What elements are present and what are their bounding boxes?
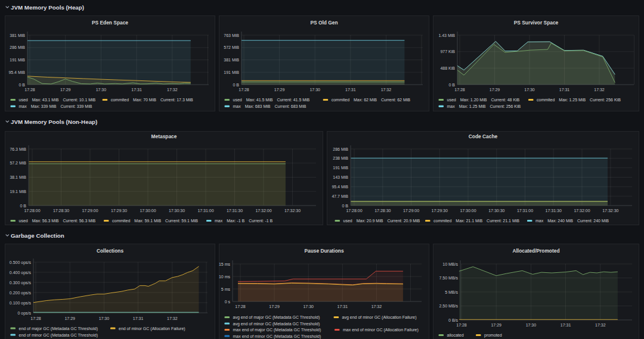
svg-text:17:30:00: 17:30:00 [460, 209, 476, 213]
svg-text:0.400 ops/s: 0.400 ops/s [10, 270, 32, 275]
svg-text:2.50 MB/s: 2.50 MB/s [439, 304, 458, 308]
svg-text:avg end of minor GC (Allocatio: avg end of minor GC (Allocation Failure) [342, 315, 417, 320]
svg-text:0 s: 0 s [225, 300, 231, 304]
svg-text:end of minor GC (Allocation Fa: end of minor GC (Allocation Failure) [119, 326, 185, 331]
svg-text:0.100 ops/s: 0.100 ops/s [10, 301, 32, 306]
svg-text:17:30:00: 17:30:00 [140, 209, 156, 213]
svg-text:17:29: 17:29 [491, 323, 501, 327]
svg-text:JVM Memory Pools (Non-Heap): JVM Memory Pools (Non-Heap) [11, 119, 97, 125]
svg-text:Garbage Collection: Garbage Collection [11, 232, 64, 239]
svg-text:0.300 ops/s: 0.300 ops/s [10, 281, 32, 285]
svg-text:17:28: 17:28 [454, 88, 465, 92]
svg-text:max Max: 339 MiB Current: 33: max Max: 339 MiB Current: 339 MiB [19, 104, 92, 108]
svg-text:5 MB/s: 5 MB/s [445, 290, 458, 294]
svg-text:17:31:00: 17:31:00 [197, 209, 213, 213]
svg-text:17:30: 17:30 [99, 316, 110, 321]
svg-text:0 B: 0 B [448, 83, 455, 87]
svg-text:0 B: 0 B [233, 83, 239, 87]
svg-text:used Max: 41.5 MiB Current:: used Max: 41.5 MiB Current: 41.5 MiB [233, 98, 310, 102]
svg-text:allocated: allocated [447, 333, 464, 337]
svg-text:avg end of major GC (Metadata: avg end of major GC (Metadata GC Thresho… [233, 315, 320, 320]
svg-text:17:28: 17:28 [235, 304, 246, 309]
svg-text:17:29: 17:29 [490, 88, 500, 92]
svg-text:17:32:00: 17:32:00 [255, 209, 271, 213]
svg-text:17:28: 17:28 [239, 88, 249, 92]
svg-text:10 MB/s: 10 MB/s [442, 262, 458, 266]
svg-text:0.200 ops/s: 0.200 ops/s [10, 291, 32, 296]
svg-text:0.500 ops/s: 0.500 ops/s [10, 260, 32, 265]
svg-text:17:28:30: 17:28:30 [374, 209, 391, 213]
svg-text:17:31: 17:31 [561, 323, 571, 327]
svg-text:17:30: 17:30 [526, 323, 537, 327]
svg-text:1.43 MiB: 1.43 MiB [438, 33, 455, 38]
svg-text:47.7 MiB: 47.7 MiB [332, 194, 348, 198]
svg-text:used Max: 56.3 MiB Current:: used Max: 56.3 MiB Current: 56.3 MiB [19, 219, 96, 223]
svg-text:17:31:30: 17:31:30 [546, 209, 562, 213]
svg-text:17:31: 17:31 [338, 304, 348, 309]
svg-text:17:32: 17:32 [381, 88, 392, 92]
svg-text:used Max: 1.20 MiB Current:: used Max: 1.20 MiB Current: 48 KiB [447, 98, 520, 102]
svg-text:286 MiB: 286 MiB [10, 45, 25, 49]
svg-text:0 B: 0 B [342, 204, 348, 208]
svg-text:17:32: 17:32 [167, 316, 178, 321]
svg-text:17:29: 17:29 [64, 316, 75, 321]
svg-text:end of major GC (Metadata GC T: end of major GC (Metadata GC Threshold) [19, 326, 98, 331]
svg-text:17:30: 17:30 [96, 88, 107, 92]
svg-text:17:29: 17:29 [60, 88, 71, 92]
svg-text:238 MiB: 238 MiB [333, 156, 348, 160]
svg-text:17:31: 17:31 [131, 88, 142, 92]
svg-text:17:29:30: 17:29:30 [432, 209, 448, 213]
svg-text:max Max: 240 MiB Current: 24: max Max: 240 MiB Current: 240 MiB [535, 219, 609, 223]
svg-text:max Max: -1 B Current: -1 B: max Max: -1 B Current: -1 B [215, 219, 273, 223]
svg-text:5 ms: 5 ms [221, 287, 231, 291]
svg-text:17:28:30: 17:28:30 [53, 209, 69, 213]
svg-text:17:31: 17:31 [133, 316, 144, 321]
svg-text:572 MiB: 572 MiB [224, 45, 239, 49]
svg-text:avg end of minor GC (Metadata: avg end of minor GC (Metadata GC Thresho… [233, 322, 320, 326]
svg-text:17:30:30: 17:30:30 [488, 209, 504, 213]
svg-text:max Max: 683 MiB Current: 68: max Max: 683 MiB Current: 683 MiB [233, 104, 306, 108]
svg-text:17:32: 17:32 [594, 88, 605, 92]
svg-text:17:28:00: 17:28:00 [24, 209, 40, 213]
svg-text:17:29:00: 17:29:00 [82, 209, 98, 213]
svg-text:commited Max: 21.1 MiB Curre: commited Max: 21.1 MiB Current: 21.1 MiB [434, 219, 519, 223]
svg-text:PS Survivor Space: PS Survivor Space [514, 20, 559, 26]
svg-text:0 B: 0 B [20, 204, 26, 208]
svg-text:191 MiB: 191 MiB [224, 70, 239, 74]
svg-text:17:32:00: 17:32:00 [574, 209, 590, 213]
svg-text:15 ms: 15 ms [219, 262, 231, 266]
svg-text:17:28:00: 17:28:00 [346, 209, 362, 213]
svg-text:PS Old Gen: PS Old Gen [310, 20, 338, 26]
svg-text:used Max: 20.9 MiB Current:: used Max: 20.9 MiB Current: 20.9 MiB [343, 219, 420, 223]
svg-text:max end of minor GC (Allocatio: max end of minor GC (Allocation Failure) [343, 328, 419, 332]
svg-text:95.4 MiB: 95.4 MiB [332, 185, 348, 189]
svg-text:488 KiB: 488 KiB [440, 66, 455, 70]
svg-text:17:28: 17:28 [456, 323, 467, 327]
svg-text:17:31:30: 17:31:30 [227, 209, 243, 213]
svg-text:17:32:30: 17:32:30 [284, 209, 301, 213]
svg-text:76.3 MiB: 76.3 MiB [10, 147, 26, 151]
svg-text:17:32: 17:32 [371, 304, 382, 309]
svg-text:17:31: 17:31 [345, 88, 356, 92]
svg-text:38.1 MiB: 38.1 MiB [10, 175, 26, 179]
svg-text:286 MiB: 286 MiB [333, 147, 348, 151]
svg-text:JVM Memory Pools (Heap): JVM Memory Pools (Heap) [11, 4, 84, 11]
svg-text:commited Max: 62 MiB Current: commited Max: 62 MiB Current: 62 MiB [332, 98, 411, 102]
svg-text:PS Eden Space: PS Eden Space [92, 20, 128, 26]
svg-text:7.50 MB/s: 7.50 MB/s [439, 276, 458, 280]
svg-text:17:32: 17:32 [167, 88, 178, 92]
svg-text:19.1 MiB: 19.1 MiB [10, 189, 26, 194]
svg-text:17:32:30: 17:32:30 [602, 209, 618, 213]
svg-text:commited Max: 1.25 MiB Curre: commited Max: 1.25 MiB Current: 256 KiB [537, 98, 621, 102]
svg-text:max end of minor GC (Metadata: max end of minor GC (Metadata GC Thresho… [233, 334, 321, 339]
svg-text:promoted: promoted [484, 333, 502, 338]
svg-text:977 KiB: 977 KiB [440, 49, 455, 54]
svg-text:17:30: 17:30 [309, 88, 320, 92]
svg-text:used Max: 43.1 MiB Current:: used Max: 43.1 MiB Current: 10.1 MiB [19, 98, 96, 102]
svg-text:0 B/s: 0 B/s [448, 318, 458, 322]
svg-text:381 MiB: 381 MiB [10, 33, 25, 38]
svg-text:95.4 MiB: 95.4 MiB [8, 70, 25, 74]
svg-text:381 MiB: 381 MiB [224, 58, 239, 62]
svg-text:17:28: 17:28 [30, 316, 41, 321]
svg-text:17:30:30: 17:30:30 [169, 209, 185, 213]
